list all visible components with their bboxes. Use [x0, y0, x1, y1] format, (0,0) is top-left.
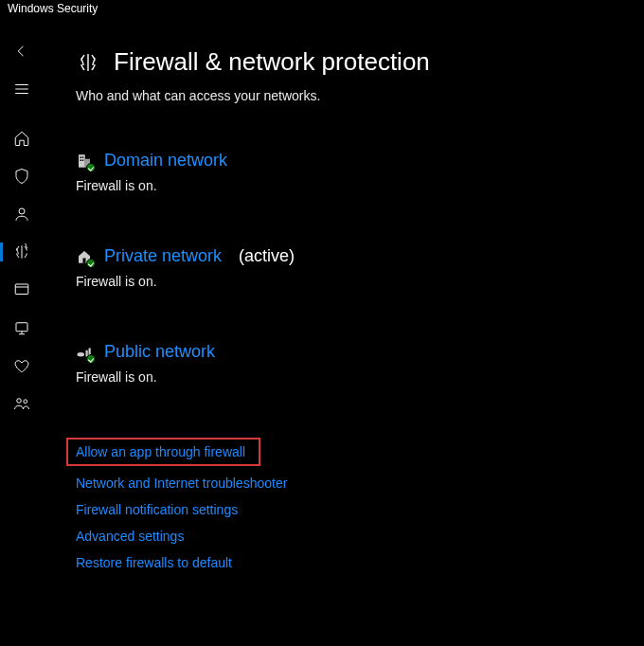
firewall-icon [13, 243, 30, 260]
app-browser-icon [13, 281, 30, 298]
sidebar [0, 19, 44, 646]
highlight-box: Allow an app through firewall [66, 438, 260, 466]
svg-rect-1 [15, 284, 28, 295]
link-advanced-settings[interactable]: Advanced settings [76, 523, 184, 549]
nav-virus[interactable] [0, 157, 44, 195]
svg-rect-2 [16, 323, 27, 332]
domain-network-status: Firewall is on. [76, 178, 612, 193]
network-private: Private network (active) Firewall is on. [76, 246, 612, 289]
menu-button[interactable] [0, 70, 44, 108]
check-badge-icon [86, 354, 96, 364]
domain-network-link[interactable]: Domain network [104, 151, 227, 170]
nav-home[interactable] [0, 119, 44, 157]
back-button[interactable] [0, 32, 44, 70]
public-network-status: Firewall is on. [76, 369, 612, 385]
private-network-suffix: (active) [239, 246, 295, 266]
related-links: Allow an app through firewall Network an… [76, 438, 612, 576]
link-allow-app[interactable]: Allow an app through firewall [76, 442, 245, 461]
public-network-link[interactable]: Public network [104, 342, 215, 362]
nav-account[interactable] [0, 195, 44, 233]
nav-firewall[interactable] [0, 233, 44, 271]
svg-rect-5 [79, 154, 85, 168]
svg-rect-8 [82, 156, 84, 158]
svg-point-4 [24, 400, 27, 404]
device-security-icon [13, 319, 30, 336]
check-badge-icon [86, 163, 96, 172]
menu-icon [13, 81, 30, 98]
window-title: Windows Security [0, 0, 644, 19]
firewall-page-icon [76, 50, 100, 75]
family-icon [13, 395, 30, 412]
svg-point-3 [17, 399, 22, 404]
private-icon [76, 248, 93, 265]
svg-point-0 [19, 208, 25, 214]
nav-family[interactable] [0, 385, 44, 422]
private-network-link[interactable]: Private network [104, 246, 222, 266]
svg-point-12 [78, 352, 85, 357]
domain-icon [76, 153, 93, 170]
svg-rect-10 [82, 159, 84, 161]
shield-icon [13, 168, 30, 185]
link-restore-defaults[interactable]: Restore firewalls to default [76, 549, 232, 576]
svg-rect-7 [80, 156, 82, 158]
network-public: Public network Firewall is on. [76, 342, 612, 385]
link-notification-settings[interactable]: Firewall notification settings [76, 496, 238, 523]
nav-app-browser[interactable] [0, 271, 44, 309]
page-subtitle: Who and what can access your networks. [76, 88, 612, 103]
home-icon [13, 130, 30, 147]
account-icon [13, 206, 30, 223]
check-badge-icon [86, 259, 96, 268]
nav-device-performance[interactable] [0, 347, 44, 385]
link-troubleshooter[interactable]: Network and Internet troubleshooter [76, 470, 287, 496]
back-icon [13, 43, 30, 60]
private-network-status: Firewall is on. [76, 274, 612, 289]
device-performance-icon [13, 357, 30, 374]
main-content: Firewall & network protection Who and wh… [44, 19, 644, 646]
nav-device-security[interactable] [0, 309, 44, 347]
public-icon [76, 344, 93, 361]
svg-rect-9 [80, 159, 82, 161]
network-domain: Domain network Firewall is on. [76, 151, 612, 193]
page-title: Firewall & network protection [114, 47, 430, 77]
